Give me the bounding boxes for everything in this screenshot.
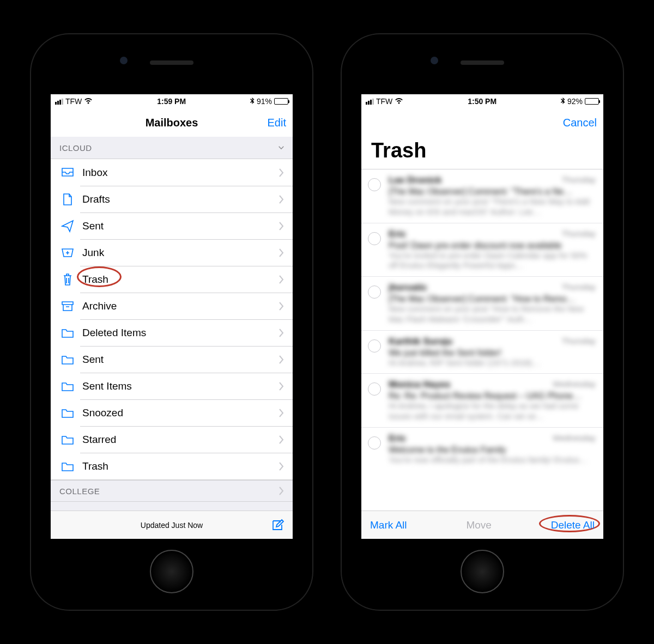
folder-icon xyxy=(59,327,76,338)
mail-row[interactable]: Lee Dronick[The Mac Observer] Comment: "… xyxy=(361,169,603,223)
mailbox-label: Sent Items xyxy=(82,380,278,392)
chevron-right-icon xyxy=(278,329,284,337)
junk-icon xyxy=(59,247,76,258)
mail-list: Lee Dronick[The Mac Observer] Comment: "… xyxy=(361,169,603,511)
mailbox-row-sent[interactable]: Sent xyxy=(51,346,293,373)
mail-subject: We just killed the Sent folder! xyxy=(389,348,597,358)
carrier-label: TFW xyxy=(65,97,82,106)
select-circle[interactable] xyxy=(368,382,381,396)
chevron-right-icon xyxy=(278,168,284,177)
folder-icon xyxy=(59,434,76,445)
mailbox-label: Inbox xyxy=(82,167,278,179)
mailbox-label: Starred xyxy=(82,434,278,446)
mailbox-label: Snoozed xyxy=(82,407,278,419)
mailbox-row-starred[interactable]: Starred xyxy=(51,426,293,453)
chevron-right-icon xyxy=(278,487,284,495)
archive-icon xyxy=(59,301,76,312)
mail-preview: New comment on your post "There's a New … xyxy=(389,197,597,217)
wifi-icon xyxy=(84,98,93,105)
mailbox-label: Drafts xyxy=(82,193,278,205)
mailbox-label: Sent xyxy=(82,354,278,366)
mailbox-label: Trash xyxy=(82,460,278,472)
select-circle[interactable] xyxy=(368,285,381,299)
signal-icon xyxy=(366,99,374,105)
status-bar: TFW 1:59 PM 91% xyxy=(51,94,293,108)
mail-row[interactable]: jhorvatic[The Mac Observer] Comment: "Ho… xyxy=(361,276,603,330)
mailbox-label: Junk xyxy=(82,247,278,259)
mailbox-row-snoozed[interactable]: Snoozed xyxy=(51,399,293,426)
mailbox-row-deleted-items[interactable]: Deleted Items xyxy=(51,319,293,346)
mail-subject: Re: Re: Product Review Request – UAG Pho… xyxy=(389,391,597,401)
sent-icon xyxy=(59,220,76,233)
status-bar: TFW 1:50 PM 92% xyxy=(361,94,603,108)
battery-pct-label: 91% xyxy=(257,97,272,106)
draft-icon xyxy=(59,193,76,206)
bluetooth-icon xyxy=(250,98,255,105)
chevron-right-icon xyxy=(278,275,284,284)
carrier-label: TFW xyxy=(376,97,392,106)
mailbox-label: Sent xyxy=(82,220,278,232)
mailbox-row-drafts[interactable]: Drafts xyxy=(51,186,293,212)
chevron-right-icon xyxy=(278,222,284,230)
iphone-frame-left: TFW 1:59 PM 91% Mailboxes Edit xyxy=(30,33,313,611)
inbox-icon xyxy=(59,167,76,178)
mail-preview: You're now officially part of the Enulus… xyxy=(389,455,597,465)
cancel-button[interactable]: Cancel xyxy=(563,117,597,129)
page-title: Trash xyxy=(361,137,603,169)
home-button[interactable] xyxy=(461,550,504,593)
mail-row[interactable]: EricWelcome to the Enulus FamilyYou're n… xyxy=(361,427,603,471)
select-circle[interactable] xyxy=(368,178,381,191)
battery-icon xyxy=(585,98,599,105)
edit-button[interactable]: Edit xyxy=(268,117,286,129)
folder-icon xyxy=(59,461,76,472)
compose-button[interactable] xyxy=(271,518,285,532)
mailbox-row-trash[interactable]: Trash xyxy=(51,453,293,479)
section-header-label: ICLOUD xyxy=(59,143,92,153)
delete-all-button[interactable]: Delete All xyxy=(551,519,595,531)
chevron-down-icon xyxy=(278,143,284,152)
mailbox-row-sent-items[interactable]: Sent Items xyxy=(51,373,293,399)
mailbox-row-archive[interactable]: Archive xyxy=(51,293,293,319)
mailbox-row-trash[interactable]: Trash xyxy=(51,266,293,293)
battery-pct-label: 92% xyxy=(567,97,583,106)
camera-dot xyxy=(431,57,438,64)
select-circle[interactable] xyxy=(368,339,381,353)
chevron-right-icon xyxy=(278,248,284,257)
nav-bar: Mailboxes Edit xyxy=(51,108,293,137)
mailbox-row-sent[interactable]: Sent xyxy=(51,212,293,239)
mail-date: Wednesday xyxy=(553,379,596,388)
mail-row[interactable]: Monica HayesRe: Re: Product Review Reque… xyxy=(361,373,603,427)
chevron-right-icon xyxy=(278,302,284,311)
mailbox-row-junk[interactable]: Junk xyxy=(51,239,293,266)
battery-icon xyxy=(274,98,288,105)
folder-icon xyxy=(59,381,76,392)
mail-date: Thursday xyxy=(561,336,596,345)
mark-all-button[interactable]: Mark All xyxy=(370,519,407,531)
speaker-grille xyxy=(461,60,504,65)
screen-mailboxes: TFW 1:59 PM 91% Mailboxes Edit xyxy=(51,94,293,539)
iphone-frame-right: TFW 1:50 PM 92% Cancel Trash xyxy=(341,33,624,611)
section-header-label: COLLEGE xyxy=(59,487,100,496)
edit-toolbar: Mark All Move Delete All xyxy=(361,511,603,539)
chevron-right-icon xyxy=(278,355,284,364)
mail-preview: Hi Andrew, RIP Sent folder (1971-2018)… xyxy=(389,358,597,368)
mail-subject: [The Mac Observer] Comment: "There's a N… xyxy=(389,187,597,197)
nav-bar: Cancel xyxy=(361,108,603,137)
select-circle[interactable] xyxy=(368,232,381,245)
nav-title: Mailboxes xyxy=(146,117,198,129)
mail-subject: [The Mac Observer] Comment: "How to Remo… xyxy=(389,294,597,304)
select-circle[interactable] xyxy=(368,436,381,449)
mail-row[interactable]: EricPost! Dawn pre-order discount now av… xyxy=(361,223,603,277)
mail-date: Wednesday xyxy=(553,433,596,442)
mail-row[interactable]: Karthik SurojuWe just killed the Sent fo… xyxy=(361,330,603,374)
chevron-right-icon xyxy=(278,382,284,391)
mail-date: Thursday xyxy=(561,282,596,291)
mail-preview: You're invited to pre-order Dawn Calenda… xyxy=(389,251,597,271)
camera-dot xyxy=(120,57,128,64)
mailbox-row-inbox[interactable]: Inbox xyxy=(51,159,293,186)
mail-preview: Hi Andrew, I apologize for the delay as … xyxy=(389,401,597,422)
home-button[interactable] xyxy=(150,550,193,593)
speaker-grille xyxy=(150,60,193,65)
section-header-college[interactable]: COLLEGE xyxy=(51,480,293,502)
section-header-icloud[interactable]: ICLOUD xyxy=(51,137,293,159)
